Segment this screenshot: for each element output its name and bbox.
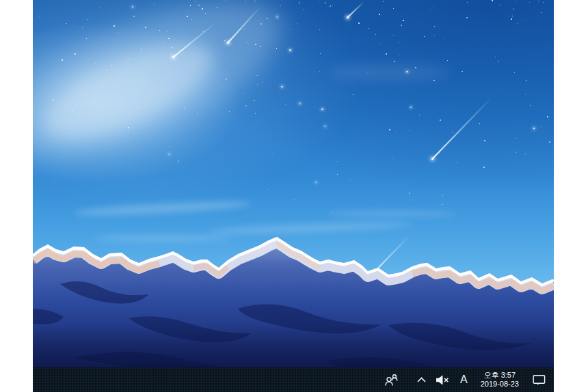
meteor-head — [227, 42, 229, 44]
clock-time: 오후 3:57 — [481, 371, 519, 380]
screen: A 오후 3:57 2019-08-23 — [33, 0, 554, 392]
action-center-icon[interactable] — [526, 367, 554, 392]
people-icon[interactable] — [377, 367, 406, 392]
meteor-head — [172, 56, 174, 58]
chevron-up-icon[interactable] — [412, 367, 431, 392]
volume-muted-icon[interactable] — [431, 367, 454, 392]
meteor-head — [431, 158, 433, 160]
meteor-streak — [431, 97, 492, 159]
meteor-streak — [227, 6, 261, 44]
clock-date: 2019-08-23 — [481, 380, 519, 389]
meteor-head — [347, 16, 349, 18]
system-tray: A 오후 3:57 2019-08-23 — [377, 367, 554, 392]
taskbar[interactable]: A 오후 3:57 2019-08-23 — [33, 367, 554, 392]
taskbar-clock[interactable]: 오후 3:57 2019-08-23 — [474, 371, 526, 389]
desktop[interactable]: A 오후 3:57 2019-08-23 — [33, 0, 554, 392]
ime-indicator[interactable]: A — [454, 367, 474, 392]
meteor-streak — [172, 23, 215, 58]
meteor-streak — [347, 1, 364, 18]
